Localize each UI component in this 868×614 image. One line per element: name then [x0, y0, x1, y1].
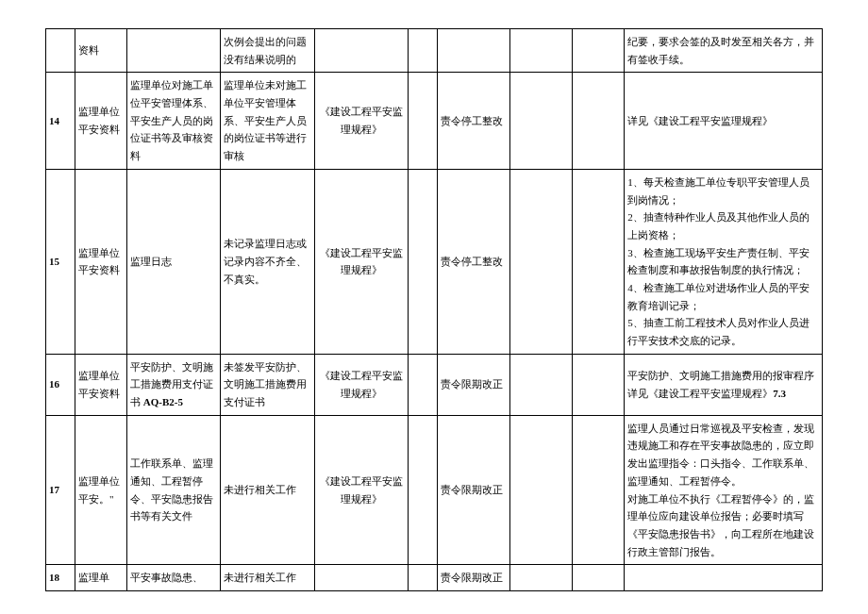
- cell-num: 15: [46, 169, 75, 354]
- cell-ref: 《建设工程平安监理规程》: [314, 169, 408, 354]
- cell-blank2: [509, 29, 572, 73]
- cell-blank3: [573, 354, 625, 415]
- cell-cat: 监理单位平安资料: [75, 73, 126, 169]
- cell-num: 16: [46, 354, 75, 415]
- cell-item: 平安事故隐患、: [127, 565, 221, 591]
- cell-blank3: [573, 29, 625, 73]
- cell-cat: 监理单位平安资料: [75, 354, 126, 415]
- cell-blank1: [408, 354, 437, 415]
- cell-note: [625, 565, 823, 591]
- cell-blank2: [509, 565, 572, 591]
- cell-note: 监理人员通过日常巡视及平安检查，发现违规施工和存在平安事故隐患的，应立即发出监理…: [625, 415, 823, 565]
- cell-blank1: [408, 565, 437, 591]
- cell-cat: 资料: [75, 29, 126, 73]
- cell-ref: 《建设工程平安监理规程》: [314, 354, 408, 415]
- cell-desc: 未签发平安防护、文明施工措施费用支付证书: [221, 354, 314, 415]
- cell-item: 监理日志: [127, 169, 221, 354]
- cell-desc: 未进行相关工作: [221, 415, 314, 565]
- regulation-table: 资料 次例会提出的问题没有结果说明的 纪要，要求会签的及时发至相关各方，并有签收…: [45, 28, 823, 591]
- cell-note: 1、每天检查施工单位专职平安管理人员到岗情况； 2、抽查特种作业人员及其他作业人…: [625, 169, 823, 354]
- cell-num: 17: [46, 415, 75, 565]
- cell-item: 工作联系单、监理通知、工程暂停令、平安隐患报告书等有关文件: [127, 415, 221, 565]
- cell-desc: 次例会提出的问题没有结果说明的: [221, 29, 314, 73]
- cell-note: 平安防护、文明施工措施费用的报审程序详见《建设工程平安监理规程》7.3: [625, 354, 823, 415]
- cell-blank3: [573, 415, 625, 565]
- table-row: 14 监理单位平安资料 监理单位对施工单位平安管理体系、平安生产人员的岗位证书等…: [46, 73, 823, 169]
- table-row: 资料 次例会提出的问题没有结果说明的 纪要，要求会签的及时发至相关各方，并有签收…: [46, 29, 823, 73]
- cell-item: [127, 29, 221, 73]
- cell-item: 平安防护、文明施工措施费用支付证书 AQ-B2-5: [127, 354, 221, 415]
- cell-desc: 未进行相关工作: [221, 565, 314, 591]
- cell-ref: 《建设工程平安监理规程》: [314, 415, 408, 565]
- cell-desc: 监理单位未对施工单位平安管理体系、平安生产人员的岗位证书等进行审核: [221, 73, 314, 169]
- cell-action: [437, 29, 509, 73]
- cell-ref: [314, 29, 408, 73]
- cell-action: 责令限期改正: [437, 565, 509, 591]
- cell-num: [46, 29, 75, 73]
- cell-num: 18: [46, 565, 75, 591]
- table-row: 18 监理单 平安事故隐患、 未进行相关工作 责令限期改正: [46, 565, 823, 591]
- cell-ref: [314, 565, 408, 591]
- cell-blank1: [408, 169, 437, 354]
- table-row: 15 监理单位平安资料 监理日志 未记录监理日志或记录内容不齐全、不真实。 《建…: [46, 169, 823, 354]
- cell-blank1: [408, 29, 437, 73]
- cell-blank3: [573, 169, 625, 354]
- cell-blank2: [509, 73, 572, 169]
- cell-ref: 《建设工程平安监理规程》: [314, 73, 408, 169]
- cell-cat: 监理单: [75, 565, 126, 591]
- cell-blank3: [573, 565, 625, 591]
- cell-action: 责令停工整改: [437, 73, 509, 169]
- table-row: 16 监理单位平安资料 平安防护、文明施工措施费用支付证书 AQ-B2-5 未签…: [46, 354, 823, 415]
- cell-blank2: [509, 415, 572, 565]
- cell-cat: 监理单位平安。": [75, 415, 126, 565]
- cell-action: 责令限期改正: [437, 415, 509, 565]
- cell-blank2: [509, 354, 572, 415]
- cell-desc: 未记录监理日志或记录内容不齐全、不真实。: [221, 169, 314, 354]
- cell-action: 责令停工整改: [437, 169, 509, 354]
- cell-blank1: [408, 415, 437, 565]
- table-row: 17 监理单位平安。" 工作联系单、监理通知、工程暂停令、平安隐患报告书等有关文…: [46, 415, 823, 565]
- cell-note: 详见《建设工程平安监理规程》: [625, 73, 823, 169]
- cell-blank2: [509, 169, 572, 354]
- cell-note: 纪要，要求会签的及时发至相关各方，并有签收手续。: [625, 29, 823, 73]
- cell-num: 14: [46, 73, 75, 169]
- cell-blank3: [573, 73, 625, 169]
- cell-blank1: [408, 73, 437, 169]
- cell-action: 责令限期改正: [437, 354, 509, 415]
- cell-item: 监理单位对施工单位平安管理体系、平安生产人员的岗位证书等及审核资料: [127, 73, 221, 169]
- cell-cat: 监理单位平安资料: [75, 169, 126, 354]
